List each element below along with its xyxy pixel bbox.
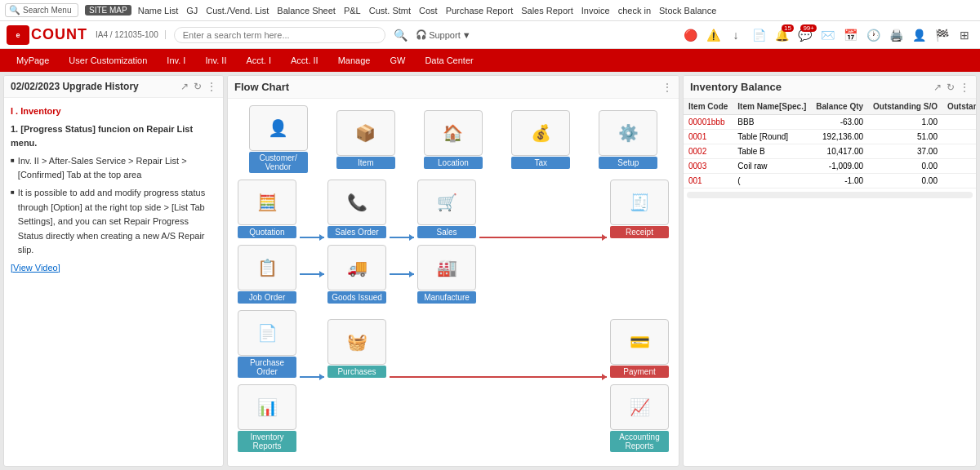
nav-cust-vend[interactable]: Cust./Vend. List [206, 6, 269, 16]
table-row[interactable]: 0003 Coil raw -1,009.00 0.00 0.00 [684, 159, 976, 174]
nav-inv-i[interactable]: Inv. I [158, 52, 194, 69]
nav-manage[interactable]: Manage [330, 52, 379, 69]
job-order-label: Job Order [238, 291, 296, 304]
table-row[interactable]: 00001bbb BBB -63.00 1.00 0.00 [684, 115, 976, 130]
nav-acct-ii[interactable]: Acct. II [283, 52, 327, 69]
nav-gw[interactable]: GW [381, 52, 413, 69]
purchases-icon-box: 🧺 [327, 319, 386, 365]
refresh-icon[interactable]: ↻ [194, 81, 202, 92]
support-button[interactable]: 🎧 Support ▼ [416, 29, 470, 40]
tax-icon-box: 💰 [511, 110, 570, 156]
nav-cost[interactable]: Cost [419, 6, 438, 16]
flow-item-item[interactable]: 📦 Item [333, 110, 399, 169]
tax-label: Tax [511, 157, 570, 169]
nav-purchase-report[interactable]: Purchase Report [446, 6, 514, 16]
more-options-icon[interactable]: ⋮ [207, 81, 216, 92]
clock-icon-btn[interactable]: 🕐 [864, 26, 882, 44]
logo-icon: e [7, 25, 29, 45]
external-link-icon[interactable]: ↗ [180, 81, 189, 92]
flow-item-customer-vendor[interactable]: 👤 Customer/ Vendor [246, 105, 311, 173]
flow-item-inventory-reports[interactable]: 📊 Inventory Reports [234, 384, 300, 452]
nav-pl[interactable]: P&L [344, 6, 361, 16]
flow-item-payment[interactable]: 💳 Payment [607, 319, 672, 378]
flow-item-tax[interactable]: 💰 Tax [508, 110, 573, 169]
flow-item-setup[interactable]: ⚙️ Setup [595, 110, 661, 169]
nav-acct-i[interactable]: Acct. I [238, 52, 279, 69]
table-row[interactable]: 001 ( -1.00 0.00 0.00 [684, 174, 976, 188]
search-menu-label: Search Menu [23, 6, 71, 15]
top-search[interactable]: 🔍 Search Menu [5, 3, 78, 17]
view-video-link[interactable]: [View Video] [11, 261, 216, 276]
site-map-button[interactable]: SITE MAP [85, 5, 131, 16]
nav-invoice[interactable]: Invoice [581, 6, 610, 16]
cell-code-4[interactable]: 001 [684, 174, 733, 188]
flag-icon-btn[interactable]: 🏁 [933, 26, 951, 44]
nav-data-center[interactable]: Data Center [416, 52, 481, 69]
nav-check-in[interactable]: check in [618, 6, 651, 16]
flow-item-accounting-reports[interactable]: 📈 Accounting Reports [607, 384, 672, 452]
col-outstanding-so: Outstanding S/O [868, 99, 942, 115]
download-icon-btn[interactable]: ↓ [727, 26, 745, 44]
inv-more-icon[interactable]: ⋮ [960, 82, 969, 93]
user-icon-btn[interactable]: 👤 [910, 26, 928, 44]
flow-item-goods-issued[interactable]: 🚚 Goods Issued [324, 245, 390, 304]
upgrade-history-content: I . Inventory 1. [Progress Status] funci… [4, 98, 223, 282]
cell-code-2[interactable]: 0002 [684, 144, 733, 159]
table-row[interactable]: 0002 Table B 10,417.00 37.00 0.00 [684, 144, 976, 159]
inventory-scrollbar[interactable] [687, 192, 973, 198]
arrow-quotation-salesorder [300, 237, 324, 238]
cell-balance-0: -63.00 [811, 115, 868, 130]
chat-icon-btn[interactable]: 💬99+ [795, 26, 813, 44]
flow-item-manufacture[interactable]: 🏭 Manufacture [414, 245, 479, 304]
col-item-name: Item Name[Spec.] [733, 99, 811, 115]
location-label: Location [424, 157, 483, 169]
job-order-icon-box: 📋 [238, 245, 296, 290]
inventory-table-wrapper: Item Code Item Name[Spec.] Balance Qty O… [684, 99, 976, 188]
print-icon-btn[interactable]: 🖨️ [887, 26, 905, 44]
nav-mypage[interactable]: MyPage [8, 52, 57, 69]
flow-item-job-order[interactable]: 📋 Job Order [234, 245, 300, 304]
logo-bar-right: 🔴 ⚠️ ↓ 📄 🔔15 💬99+ ✉️ 📅 🕐 🖨️ 👤 🏁 ⊞ [681, 26, 973, 44]
flow-item-location[interactable]: 🏠 Location [421, 110, 486, 169]
nav-stock-balance[interactable]: Stock Balance [659, 6, 716, 16]
logo[interactable]: e COUNT [7, 25, 87, 45]
customer-vendor-label: Customer/ Vendor [249, 152, 308, 173]
cell-code-3[interactable]: 0003 [684, 159, 733, 174]
inv-refresh-icon[interactable]: ↻ [947, 82, 955, 93]
flow-item-receipt[interactable]: 🧾 Receipt [607, 180, 672, 238]
nav-user-customization[interactable]: User Customization [60, 52, 155, 69]
col-balance-qty: Balance Qty [811, 99, 868, 115]
cell-code-0[interactable]: 00001bbb [684, 115, 733, 130]
item-title: 1. [Progress Status] funcion on Repair L… [11, 122, 216, 151]
main-content: 02/02/2023 Upgrade History ↗ ↻ ⋮ I . Inv… [0, 72, 980, 470]
alert-icon-btn[interactable]: 🔴 [681, 26, 699, 44]
nav-name-list[interactable]: Name List [138, 6, 179, 16]
location-icon-box: 🏠 [424, 110, 483, 156]
flow-item-purchase-order[interactable]: 📄 Purchase Order [234, 310, 300, 378]
cell-code-1[interactable]: 0001 [684, 130, 733, 144]
flow-more-icon[interactable]: ⋮ [662, 82, 672, 93]
doc-icon-btn[interactable]: 📄 [750, 26, 768, 44]
warning-icon-btn[interactable]: ⚠️ [704, 26, 722, 44]
grid-icon-btn[interactable]: ⊞ [956, 26, 973, 44]
manufacture-icon-box: 🏭 [417, 245, 476, 290]
flow-item-sales-order[interactable]: 📞 Sales Order [324, 180, 390, 238]
flow-item-sales[interactable]: 🛒 Sales [414, 180, 479, 238]
nav-gj[interactable]: GJ [186, 6, 198, 16]
mail-icon-btn[interactable]: ✉️ [818, 26, 836, 44]
search-button[interactable]: 🔍 [394, 29, 408, 42]
table-row[interactable]: 0001 Table [Round] 192,136.00 51.00 0.00 [684, 130, 976, 144]
flow-item-purchases[interactable]: 🧺 Purchases [324, 319, 390, 378]
nav-cust-stmt[interactable]: Cust. Stmt [369, 6, 411, 16]
nav-balance-sheet[interactable]: Balance Sheet [277, 6, 336, 16]
bell-icon-btn[interactable]: 🔔15 [773, 26, 791, 44]
cell-outpo-1: 0.00 [942, 130, 976, 144]
flow-item-quotation[interactable]: 🧮 Quotation [234, 180, 300, 238]
main-nav-bar: MyPage User Customization Inv. I Inv. II… [0, 49, 980, 72]
nav-inv-ii[interactable]: Inv. II [197, 52, 234, 69]
inv-external-link-icon[interactable]: ↗ [933, 82, 942, 93]
main-search-input[interactable] [174, 27, 385, 43]
nav-sales-report[interactable]: Sales Report [521, 6, 573, 16]
cell-name-4: ( [733, 174, 811, 188]
calendar-icon-btn[interactable]: 📅 [841, 26, 859, 44]
